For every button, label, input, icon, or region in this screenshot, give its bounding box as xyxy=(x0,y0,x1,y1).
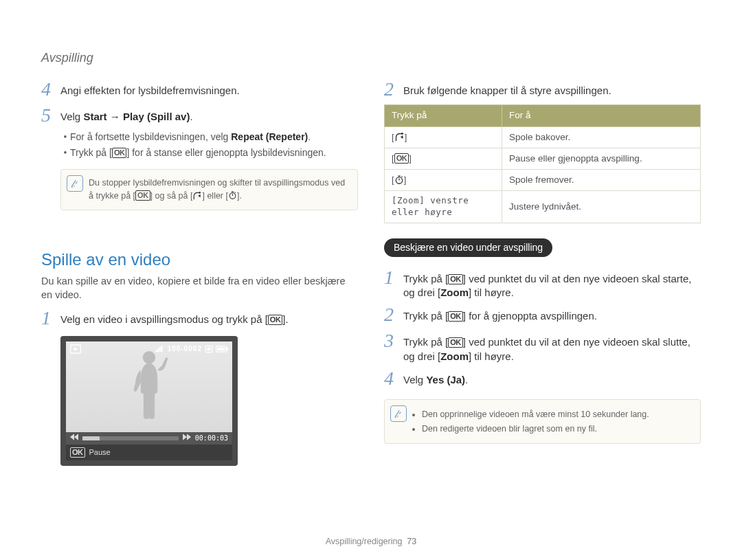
step-text: Bruk følgende knapper til å styre avspil… xyxy=(403,81,701,98)
running-head: Avspilling xyxy=(41,49,701,66)
note-list: Den opprinnelige videoen må være minst 1… xyxy=(412,408,692,436)
text-bold: Yes (Ja) xyxy=(426,374,465,385)
svg-marker-0 xyxy=(199,194,201,197)
text: ] for å gjenoppta avspillingen. xyxy=(463,310,597,322)
step-number: 4 xyxy=(384,369,403,388)
table-row: [ ] Spole bakover. xyxy=(385,126,701,148)
list-item: Den redigerte videoen blir lagret som en… xyxy=(422,423,692,436)
text-bold: Repeat (Repeter) xyxy=(231,131,308,142)
pause-label: Pause xyxy=(89,447,111,458)
svg-point-13 xyxy=(143,351,155,363)
step-text: Velg Yes (Ja). xyxy=(403,370,701,387)
text: . xyxy=(465,374,468,385)
controls-table: Trykk på For å [ ] Spole bakover. [OK] P… xyxy=(384,104,701,223)
trim-step-1: 1 Trykk på [OK] ved punktet du vil at de… xyxy=(384,269,701,300)
svg-rect-11 xyxy=(227,348,228,350)
note-text: ] og så på [ xyxy=(150,191,193,201)
rewind-icon xyxy=(70,434,78,443)
step-text: Velg Start → Play (Spill av). xyxy=(60,107,358,124)
note-box: Den opprinnelige videoen må være minst 1… xyxy=(384,399,701,445)
text-bold: Zoom xyxy=(440,287,469,298)
bullet-icon: ● xyxy=(60,131,70,143)
text: . xyxy=(190,111,192,122)
text: ] til høyre. xyxy=(469,287,514,298)
svg-rect-12 xyxy=(217,348,225,350)
trim-step-2: 2 Trykk på [OK] for å gjenoppta avspilli… xyxy=(384,306,701,326)
svg-point-1 xyxy=(229,193,236,199)
step-4: 4 Angi effekten for lysbildefremvisninge… xyxy=(41,81,358,100)
trim-step-4: 4 Velg Yes (Ja). xyxy=(384,370,701,390)
step-text: Trykk på [OK] ved punktet du vil at den … xyxy=(403,333,701,363)
page-number: 73 xyxy=(407,537,416,546)
step-number: 1 xyxy=(41,309,60,328)
timer-icon xyxy=(228,191,237,201)
table-cell-value: Pause eller gjenoppta avspilling. xyxy=(502,148,701,169)
ok-icon: OK xyxy=(448,274,463,284)
sub-bullets: ● For å fortsette lysbildevisningen, vel… xyxy=(60,131,358,159)
table-cell-value: Spole bakover. xyxy=(502,126,701,148)
text: ]. xyxy=(282,313,288,325)
step-text: Angi effekten for lysbildefremvisningen. xyxy=(60,81,358,98)
table-header: For å xyxy=(502,105,701,126)
section-paragraph: Du kan spille av en video, kopiere et bi… xyxy=(41,275,358,302)
video-controls: 00:00:03 xyxy=(66,432,232,445)
text: Trykk på [ xyxy=(403,310,448,322)
left-column: 4 Angi effekten for lysbildefremvisninge… xyxy=(41,74,358,466)
ok-icon: OK xyxy=(448,337,463,348)
text: Velg xyxy=(60,111,83,122)
video-counter: 100-0002 xyxy=(168,344,202,354)
play-step-1: 1 Velg en video i avspillingsmodus og tr… xyxy=(41,310,358,329)
step-number: 3 xyxy=(384,331,403,350)
page-footer: Avspilling/redigering 73 xyxy=(0,536,742,548)
svg-marker-14 xyxy=(70,434,74,441)
trim-step-3: 3 Trykk på [OK] ved punktet du vil at de… xyxy=(384,333,701,363)
step-text: Trykk på [OK] for å gjenoppta avspilling… xyxy=(403,306,701,323)
table-header-row: Trykk på For å xyxy=(385,105,701,126)
text: . xyxy=(308,131,311,142)
right-step-2: 2 Bruk følgende knapper til å styre avsp… xyxy=(384,81,701,100)
manual-page: Avspilling 4 Angi effekten for lysbildef… xyxy=(0,0,742,560)
svg-rect-9 xyxy=(207,348,211,351)
table-cell-key: [OK] xyxy=(385,148,502,169)
two-column-layout: 4 Angi effekten for lysbildefremvisninge… xyxy=(41,74,701,466)
section-title: Spille av en video xyxy=(41,249,358,271)
list-item: Den opprinnelige videoen må være minst 1… xyxy=(422,408,692,421)
list-item-text: Trykk på [OK] for å stanse eller gjenopp… xyxy=(70,146,358,159)
ok-icon: OK xyxy=(268,315,283,325)
table-row: [ ] Spole fremover. xyxy=(385,169,701,190)
video-time: 00:00:03 xyxy=(195,434,228,443)
ok-icon: OK xyxy=(135,190,150,201)
text-bold: Start → Play (Spill av) xyxy=(83,111,190,122)
step-number: 1 xyxy=(384,268,403,287)
text: Trykk på [ xyxy=(70,147,112,158)
text-bold: Zoom xyxy=(440,350,469,362)
note-text: ]. xyxy=(237,191,242,201)
list-item-text: For å fortsette lysbildevisningen, velg … xyxy=(70,131,358,144)
step-number: 2 xyxy=(384,80,403,99)
video-okbar: OK Pause xyxy=(66,445,232,460)
subsection-pill: Beskjære en video under avspilling xyxy=(384,238,552,257)
video-preview: 100-0002 xyxy=(60,336,238,466)
svg-marker-15 xyxy=(74,434,78,441)
list-item: ● Trykk på [OK] for å stanse eller gjeno… xyxy=(60,146,358,159)
timer-icon xyxy=(394,175,404,186)
list-item: ● For å fortsette lysbildevisningen, vel… xyxy=(60,131,358,144)
rewind-icon xyxy=(394,133,405,143)
table-header: Trykk på xyxy=(385,105,502,126)
table-row: [Zoom] venstre eller høyre Justere lydni… xyxy=(385,191,701,223)
text: Trykk på [ xyxy=(403,273,448,284)
svg-marker-18 xyxy=(400,135,403,139)
step-number: 5 xyxy=(41,106,60,125)
table-cell-key: [ ] xyxy=(385,126,502,148)
step-text: Velg en video i avspillingsmodus og tryk… xyxy=(60,310,358,326)
table-cell-value: Justere lydnivået. xyxy=(502,191,701,223)
person-silhouette-icon xyxy=(127,349,171,429)
table-cell-value: Spole fremover. xyxy=(502,169,701,190)
note-icon xyxy=(390,405,407,422)
text: Trykk på [ xyxy=(403,336,448,348)
text: Velg en video i avspillingsmodus og tryk… xyxy=(60,313,268,325)
right-column: 2 Bruk følgende knapper til å styre avsp… xyxy=(384,74,701,466)
ok-icon: OK xyxy=(394,153,409,164)
battery-icon xyxy=(216,346,228,352)
svg-marker-16 xyxy=(183,434,187,441)
